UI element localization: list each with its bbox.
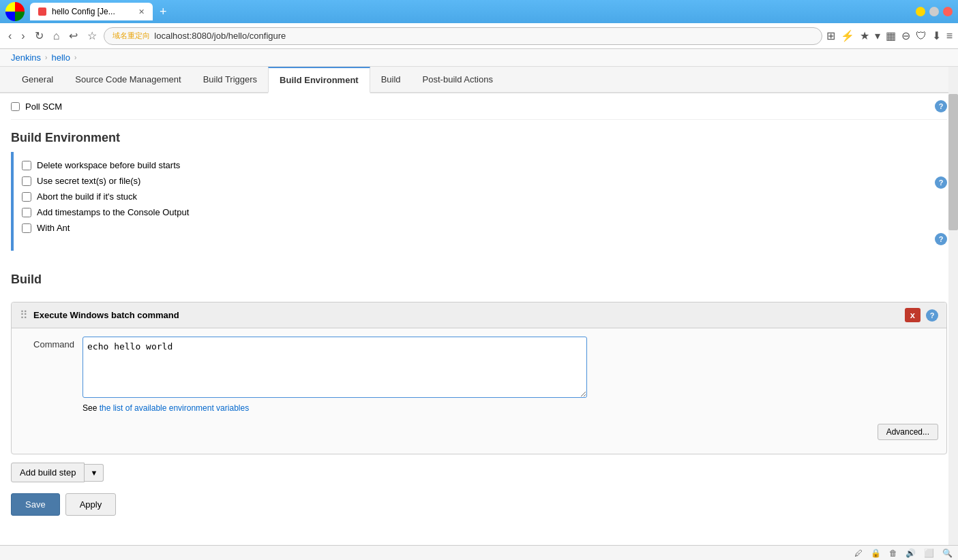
tab-build-environment[interactable]: Build Environment [268,67,370,93]
status-icon-6[interactable]: 🔍 [942,548,953,558]
checkbox-row-4: With Ant [22,220,932,236]
checkbox-row-2: Abort the build if it's stuck [22,189,932,204]
build-environment-section: Build Environment Delete workspace befor… [11,120,947,251]
build-environment-options: Delete workspace before build starts Use… [11,152,947,251]
download-icon[interactable]: ⬇ [932,29,941,42]
status-icon-2[interactable]: 🔒 [871,548,881,558]
home-button[interactable]: ⌂ [50,27,63,45]
minus-circle-icon[interactable]: ⊖ [901,29,910,42]
title-bar-controls [916,7,953,16]
address-url: localhost:8080/job/hello/configure [154,31,286,41]
delete-workspace-label: Delete workspace before build starts [37,160,180,170]
status-icon-4[interactable]: 🔊 [905,548,916,558]
bookmark-button[interactable]: ☆ [85,27,100,45]
minimize-button[interactable] [916,7,925,16]
undo-button[interactable]: ↩ [66,27,80,45]
delete-workspace-checkbox[interactable] [22,161,31,170]
env-vars-row: See the list of available environment va… [20,403,938,413]
with-ant-label: With Ant [37,223,70,233]
content-area: Poll SCM ? Build Environment Delete work… [0,93,958,538]
tab-post-build-actions[interactable]: Post-build Actions [412,67,504,93]
breadcrumb-sep-1: › [45,54,47,61]
tab-build-triggers[interactable]: Build Triggers [192,67,268,93]
advanced-row: Advanced... [20,418,938,446]
add-timestamps-label: Add timestamps to the Console Output [37,207,189,217]
star-icon[interactable]: ★ [860,29,869,42]
scrollbar-thumb[interactable] [948,94,958,230]
chevron-down-icon[interactable]: ▾ [875,29,880,42]
drag-handle-icon[interactable]: ⠿ [20,309,28,322]
with-ant-checkbox[interactable] [22,223,31,233]
status-icon-5[interactable]: ⬜ [924,548,934,558]
build-heading: Build [11,262,947,294]
add-build-step-wrapper: Add build step ▼ [11,463,947,482]
back-button[interactable]: ‹ [5,27,14,45]
see-text: See [83,403,100,413]
config-tabs: General Source Code Management Build Tri… [0,67,958,93]
step-help-icon[interactable]: ? [926,309,938,322]
advanced-button[interactable]: Advanced... [878,424,938,440]
step-title: Execute Windows batch command [33,310,905,320]
build-step-body: Command echo hello world See the list of… [12,328,946,454]
use-secret-label: Use secret text(s) or file(s) [37,176,140,186]
save-button[interactable]: Save [11,493,60,516]
breadcrumb: Jenkins › hello › [0,49,958,67]
build-step-header: ⠿ Execute Windows batch command x ? [12,302,946,328]
build-step-card: ⠿ Execute Windows batch command x ? Comm… [11,302,947,454]
poll-scm-help-icon[interactable]: ? [935,100,947,112]
apps-icon[interactable]: ⊞ [826,29,835,42]
tab-title: hello Config [Je... [52,7,115,16]
poll-scm-row: Poll SCM ? [11,93,947,120]
colorful-squares-icon[interactable]: ▦ [886,29,896,42]
command-label: Command [20,337,74,349]
maximize-button[interactable] [929,7,939,16]
add-build-step-button[interactable]: Add build step [11,463,85,482]
nav-icons: ⊞ ⚡ ★ ▾ ▦ ⊖ 🛡 ⬇ ≡ [826,29,953,42]
status-icon-1[interactable]: 🖊 [854,548,863,558]
shield-icon[interactable]: 🛡 [916,30,927,42]
add-build-step-arrow-button[interactable]: ▼ [85,464,104,482]
nav-bar: ‹ › ↻ ⌂ ↩ ☆ 域名重定向 localhost:8080/job/hel… [0,23,958,49]
new-tab-button[interactable]: + [155,3,171,20]
env-vars-link[interactable]: the list of available environment variab… [100,403,249,413]
with-ant-help-icon[interactable]: ? [935,233,947,245]
status-icon-3[interactable]: 🗑 [889,548,897,558]
browser-logo [5,2,25,21]
close-step-button[interactable]: x [905,308,920,322]
forward-button[interactable]: › [18,27,27,45]
close-button[interactable] [943,7,953,16]
tab-general[interactable]: General [11,67,64,93]
reload-button[interactable]: ↻ [32,27,46,45]
menu-icon[interactable]: ≡ [946,30,953,42]
breadcrumb-sep-2: › [74,54,76,61]
poll-scm-checkbox[interactable] [11,102,20,111]
build-section: Build ⠿ Execute Windows batch command x … [11,262,947,482]
help-col: ? [935,157,947,189]
command-textarea[interactable]: echo hello world [83,337,587,398]
add-timestamps-checkbox[interactable] [22,208,31,217]
tab-favicon [38,7,46,16]
checkbox-row-0: Delete workspace before build starts [22,157,932,173]
breadcrumb-jenkins[interactable]: Jenkins [11,52,41,63]
abort-build-checkbox[interactable] [22,192,31,202]
checkbox-row-3: Add timestamps to the Console Output [22,204,932,220]
lightning-icon[interactable]: ⚡ [841,29,854,42]
tab-source-code-management[interactable]: Source Code Management [64,67,192,93]
title-bar: hello Config [Je... ✕ + [0,0,958,23]
checkbox-row-1: Use secret text(s) or file(s) [22,173,932,189]
address-redirect: 域名重定向 [113,31,150,41]
active-tab[interactable]: hello Config [Je... ✕ [30,3,153,20]
apply-button[interactable]: Apply [65,493,117,516]
address-bar[interactable]: 域名重定向 localhost:8080/job/hello/configure [104,27,822,45]
use-secret-checkbox[interactable] [22,176,31,186]
use-secret-help-icon[interactable]: ? [935,176,947,189]
tab-bar: hello Config [Je... ✕ + [30,3,910,20]
status-bar: 🖊 🔒 🗑 🔊 ⬜ 🔍 [0,545,958,560]
breadcrumb-hello[interactable]: hello [51,52,70,63]
tab-build[interactable]: Build [370,67,412,93]
checkbox-rows-wrapper: Delete workspace before build starts Use… [22,157,932,236]
tab-close-icon[interactable]: ✕ [138,7,145,16]
bottom-actions: Save Apply [11,482,947,527]
abort-build-label: Abort the build if it's stuck [37,191,137,202]
main-content: General Source Code Management Build Tri… [0,67,958,545]
